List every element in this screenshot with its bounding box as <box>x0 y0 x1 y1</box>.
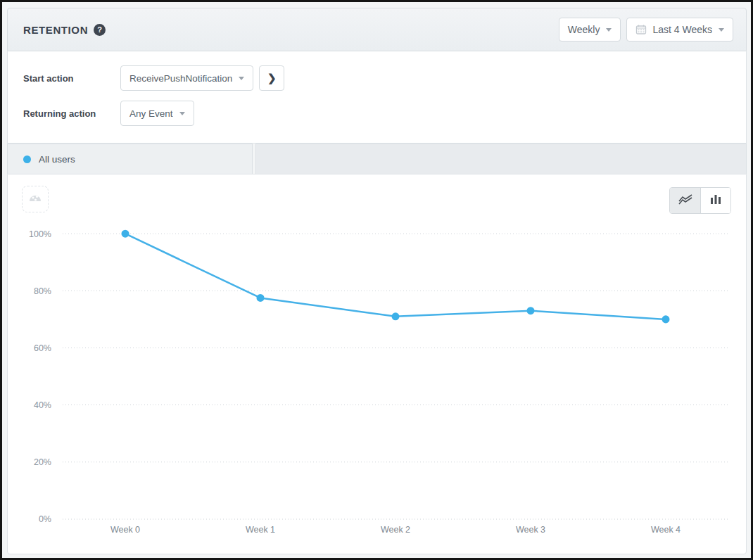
data-point[interactable] <box>527 307 535 314</box>
calendar-icon <box>635 24 647 35</box>
bar-chart-icon <box>709 193 722 208</box>
retention-report: RETENTION ? Weekly <box>7 8 747 554</box>
tab-label: All users <box>39 154 75 165</box>
date-range-label: Last 4 Weeks <box>652 24 712 35</box>
data-point[interactable] <box>257 294 265 302</box>
start-action-value: ReceivePushNotification <box>129 73 232 84</box>
chevron-down-icon <box>179 112 185 115</box>
expand-action-button[interactable]: ❯ <box>259 65 284 91</box>
data-point[interactable] <box>392 312 400 320</box>
returning-action-dropdown[interactable]: Any Event <box>120 101 194 126</box>
returning-action-row: Returning action Any Event <box>23 101 746 126</box>
data-point[interactable] <box>662 315 670 323</box>
interval-dropdown[interactable]: Weekly <box>559 18 621 42</box>
chart-view-toggle <box>669 187 731 214</box>
tabbar-empty-area <box>255 144 747 174</box>
y-axis-tick: 60% <box>34 343 51 353</box>
date-range-dropdown[interactable]: Last 4 Weeks <box>626 18 733 42</box>
y-axis-tick: 20% <box>34 457 51 467</box>
series-color-dot <box>23 155 31 163</box>
y-axis-tick: 40% <box>34 400 51 410</box>
chevron-down-icon <box>239 77 244 80</box>
start-action-label: Start action <box>23 73 120 84</box>
line-view-button[interactable] <box>670 188 700 213</box>
x-axis-tick: Week 1 <box>246 525 275 535</box>
segment-tabbar: All users <box>7 144 747 174</box>
x-axis-tick: Week 4 <box>651 525 681 535</box>
page-title: RETENTION <box>23 24 88 36</box>
y-axis-tick: 80% <box>34 286 51 296</box>
tab-all-users[interactable]: All users <box>7 144 253 174</box>
x-axis-tick: Week 3 <box>516 525 545 535</box>
window-frame: RETENTION ? Weekly <box>0 0 753 560</box>
line-chart-icon <box>678 193 693 208</box>
chevron-down-icon <box>719 28 724 32</box>
segmentation-icon <box>28 191 42 207</box>
retention-chart: 0%20%40%60%80%100%Week 0Week 1Week 2Week… <box>8 174 746 554</box>
returning-action-value: Any Event <box>129 108 173 119</box>
report-header: RETENTION ? Weekly <box>7 8 747 51</box>
help-icon[interactable]: ? <box>94 24 106 36</box>
chevron-down-icon <box>606 28 612 32</box>
x-axis-tick: Week 0 <box>110 525 140 535</box>
chart-panel: 0%20%40%60%80%100%Week 0Week 1Week 2Week… <box>7 174 747 554</box>
start-action-dropdown[interactable]: ReceivePushNotification <box>120 65 253 91</box>
start-action-row: Start action ReceivePushNotification ❯ <box>23 65 746 91</box>
interval-dropdown-label: Weekly <box>568 24 600 35</box>
bar-view-button[interactable] <box>700 188 730 213</box>
data-point[interactable] <box>122 230 129 238</box>
filter-panel: Start action ReceivePushNotification ❯ R… <box>7 51 747 144</box>
x-axis-tick: Week 2 <box>381 525 410 535</box>
series-line <box>125 234 666 319</box>
y-axis-tick: 0% <box>39 514 51 524</box>
segmentation-button[interactable] <box>22 186 49 212</box>
returning-action-label: Returning action <box>23 108 120 119</box>
y-axis-tick: 100% <box>29 229 51 239</box>
